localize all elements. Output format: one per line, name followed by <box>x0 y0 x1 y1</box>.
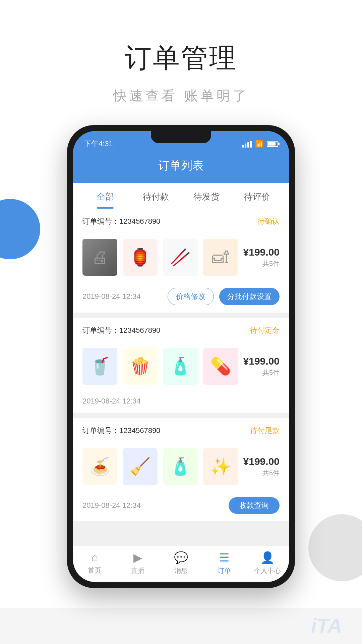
product-img-pasta <box>82 448 117 485</box>
product-img-medicine <box>203 348 238 385</box>
home-icon: ⌂ <box>91 551 98 564</box>
product-img-perfume <box>203 448 238 485</box>
profile-icon: 👤 <box>260 551 275 564</box>
order-card-footer-1: 2019-08-24 12:34 价格修改 分批付款设置 <box>73 282 289 313</box>
phone-screen: 下午4:31 📶 订单列表 <box>73 131 289 582</box>
product-img-furniture <box>203 239 238 276</box>
product-row-1: ¥199.00 共5件 <box>73 232 289 282</box>
tab-all[interactable]: 全部 <box>80 183 130 209</box>
nav-label-message: 消息 <box>174 566 188 575</box>
batch-payment-button[interactable]: 分批付款设置 <box>219 288 280 305</box>
app-header: 订单列表 <box>73 151 289 183</box>
order-card-footer-2: 2019-08-24 12:34 <box>73 391 289 413</box>
nav-item-message[interactable]: 💬 消息 <box>160 551 203 575</box>
tabs-bar: 全部 待付款 待发货 待评价 <box>73 183 289 209</box>
order-list: 订单编号：1234567890 待确认 ¥199.00 共5件 <box>73 209 289 546</box>
order-id-2: 订单编号：1234567890 <box>82 325 160 335</box>
product-img-cream <box>163 348 198 385</box>
price-count-3: 共5件 <box>243 469 280 478</box>
product-img-detergent <box>123 448 158 485</box>
message-icon: 💬 <box>174 551 188 564</box>
order-price-col-2: ¥199.00 共5件 <box>243 356 280 377</box>
phone-wrapper: 下午4:31 📶 订单列表 <box>0 125 362 608</box>
order-card-footer-3: 2019-08-24 12:34 收款查询 <box>73 492 289 521</box>
signal-icon <box>242 140 252 148</box>
order-status-2: 待付定金 <box>250 325 280 335</box>
gray-circle-decoration <box>308 514 362 581</box>
order-card-header-2: 订单编号：1234567890 待付定金 <box>73 318 289 341</box>
app-header-title: 订单列表 <box>158 159 204 172</box>
phone-notch <box>151 131 211 143</box>
nav-label-home: 首页 <box>88 566 101 575</box>
order-id-3: 订单编号：1234567890 <box>82 426 160 436</box>
live-icon: ▶ <box>133 551 142 564</box>
nav-label-order: 订单 <box>218 566 231 575</box>
battery-icon <box>267 141 278 147</box>
product-row-3: ¥199.00 共5件 <box>73 441 289 492</box>
nav-item-order[interactable]: ☰ 订单 <box>202 551 246 575</box>
nav-item-live[interactable]: ▶ 直播 <box>116 551 160 575</box>
nav-item-profile[interactable]: 👤 个人中心 <box>246 551 289 575</box>
wifi-icon: 📶 <box>255 140 263 148</box>
price-value-3: ¥199.00 <box>243 456 280 467</box>
order-date-1: 2019-08-24 12:34 <box>82 292 141 301</box>
tab-pending-review[interactable]: 待评价 <box>232 183 282 209</box>
order-price-col-1: ¥199.00 共5件 <box>243 247 280 268</box>
nav-label-live: 直播 <box>131 566 144 575</box>
order-id-1: 订单编号：1234567890 <box>82 216 160 226</box>
blue-circle-decoration <box>0 199 40 259</box>
tab-pending-payment[interactable]: 待付款 <box>130 183 181 209</box>
promo-title: 订单管理 <box>0 40 362 76</box>
phone-frame: 下午4:31 📶 订单列表 <box>67 125 295 588</box>
order-icon: ☰ <box>219 551 229 564</box>
order-date-3: 2019-08-24 12:34 <box>82 501 141 510</box>
order-status-3: 待付尾款 <box>250 426 280 436</box>
order-card-header-1: 订单编号：1234567890 待确认 <box>73 209 289 232</box>
order-status-1: 待确认 <box>257 216 280 226</box>
payment-inquiry-button[interactable]: 收款查询 <box>229 497 280 514</box>
status-icons: 📶 <box>242 140 278 148</box>
product-img-drink <box>82 348 117 385</box>
order-card: 订单编号：1234567890 待确认 ¥199.00 共5件 <box>73 209 289 313</box>
product-img-decoration <box>123 239 158 276</box>
order-date-2: 2019-08-24 12:34 <box>82 397 141 406</box>
order-card-3: 订单编号：1234567890 待付尾款 ¥199.00 共5件 <box>73 418 289 521</box>
product-img-lotion <box>163 448 198 485</box>
product-row-2: ¥199.00 共5件 <box>73 341 289 391</box>
promo-subtitle: 快速查看 账单明了 <box>0 87 362 105</box>
ita-watermark: iTA <box>311 614 342 637</box>
nav-label-profile: 个人中心 <box>254 566 281 575</box>
order-card-2: 订单编号：1234567890 待付定金 ¥199.00 共5件 <box>73 318 289 413</box>
bottom-nav: ⌂ 首页 ▶ 直播 💬 消息 ☰ 订单 👤 个人中心 <box>73 546 289 582</box>
price-count-1: 共5件 <box>243 259 280 268</box>
price-modify-button[interactable]: 价格修改 <box>168 288 214 305</box>
price-value-1: ¥199.00 <box>243 247 280 258</box>
order-card-header-3: 订单编号：1234567890 待付尾款 <box>73 418 289 441</box>
order-actions-1: 价格修改 分批付款设置 <box>168 288 280 305</box>
order-price-col-3: ¥199.00 共5件 <box>243 456 280 478</box>
status-time: 下午4:31 <box>84 139 113 149</box>
product-img-printer <box>82 239 117 276</box>
product-img-sticks <box>163 239 198 276</box>
price-count-2: 共5件 <box>243 368 280 377</box>
nav-item-home[interactable]: ⌂ 首页 <box>73 551 116 575</box>
promo-area: 订单管理 快速查看 账单明了 <box>0 0 362 125</box>
product-img-snack <box>123 348 158 385</box>
tab-pending-shipment[interactable]: 待发货 <box>181 183 232 209</box>
price-value-2: ¥199.00 <box>243 356 280 367</box>
